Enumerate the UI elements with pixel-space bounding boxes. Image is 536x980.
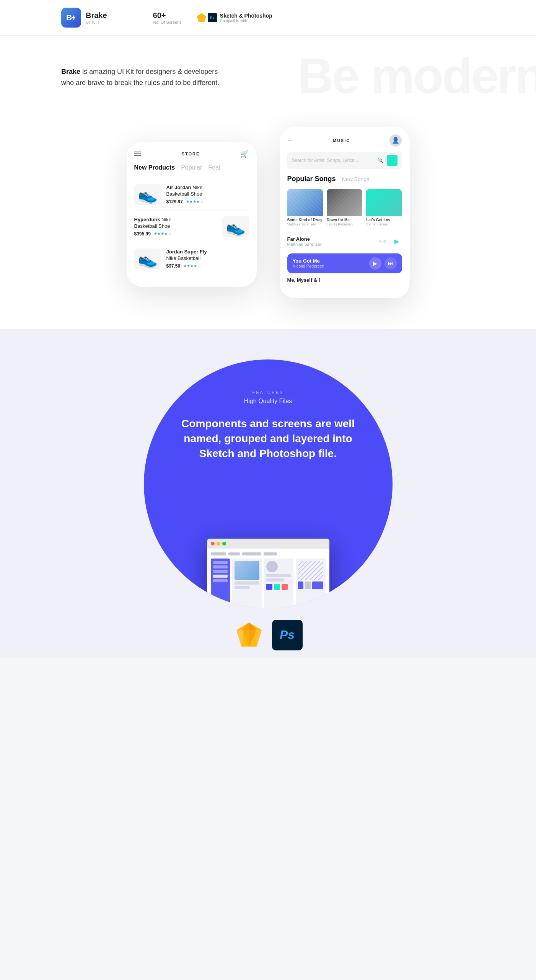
compat-label: Sketch & Photoshop bbox=[220, 13, 272, 19]
product-price-hyperdunk: $395.99 bbox=[134, 231, 151, 237]
song-card-2[interactable]: Down for Me Laurits Pedersen bbox=[327, 189, 362, 226]
screenshot-content bbox=[207, 549, 329, 608]
sidebar-mock-item bbox=[213, 579, 228, 582]
compat-text-block: Sketch & Photoshop Compatible with bbox=[220, 13, 272, 23]
app-icons-row: Ps bbox=[134, 620, 402, 650]
music-tab-new[interactable]: New Songs bbox=[342, 176, 370, 182]
song-card-image-1 bbox=[287, 189, 323, 216]
features-subtitle: High Quality Files bbox=[244, 398, 292, 405]
forward-button[interactable]: ⏭ bbox=[384, 257, 397, 270]
product-item: Hyperdunk NikeBasketball Shoe $395.99 ★★… bbox=[134, 211, 249, 243]
product-info-superfly: Jordan Super FlyNike Basketball $97.50 ★… bbox=[166, 249, 249, 269]
store-title: STORE bbox=[182, 152, 200, 156]
song-list: Far Alone Matthias Sørensen 3:41 ▶ You G… bbox=[287, 232, 402, 287]
song-card-artist-2: Laurits Pedersen bbox=[327, 222, 362, 226]
product-price-row-jordan: $129.97 ★★★★☆ bbox=[166, 199, 249, 204]
brand-text: Brake UI KIT bbox=[86, 11, 107, 24]
song-card-title-2: Down for Me bbox=[327, 217, 362, 222]
back-icon[interactable]: ← bbox=[287, 137, 293, 144]
user-avatar[interactable]: 👤 bbox=[389, 134, 402, 147]
song-list-item-3: Me, Myself & I bbox=[287, 273, 402, 287]
product-price-jordan: $129.97 bbox=[166, 199, 183, 204]
content-text-1 bbox=[235, 581, 259, 585]
song-list-name-1: Far Alone bbox=[287, 236, 380, 242]
screenshot-col-1 bbox=[232, 559, 262, 608]
content-text-4 bbox=[266, 578, 284, 581]
song-duration-1: 3:41 bbox=[379, 239, 387, 244]
play-pause-button[interactable]: ▶ bbox=[369, 257, 381, 270]
mini-block-wide bbox=[312, 581, 323, 589]
hero-description: Brake is amazing UI Kit for designers & … bbox=[61, 66, 230, 88]
mini-block bbox=[305, 581, 310, 589]
window-controls bbox=[207, 539, 329, 549]
store-tab-feat[interactable]: Feat bbox=[208, 164, 220, 171]
toolbar-item bbox=[264, 552, 277, 555]
song-card-image-3 bbox=[366, 189, 402, 216]
teal-accent-block bbox=[387, 155, 398, 166]
app-icons: Ps bbox=[197, 13, 217, 22]
photoshop-icon-header: Ps bbox=[208, 13, 217, 22]
song-card-title-1: Some Kind of Drug bbox=[287, 217, 323, 222]
hamburger-icon[interactable] bbox=[134, 150, 141, 157]
song-card-3[interactable]: Let's Get Los Carl Andersen bbox=[366, 189, 402, 226]
product-item: 👟 Jordan Super FlyNike Basketball $97.50… bbox=[134, 243, 249, 275]
cart-icon[interactable]: 🛒 bbox=[240, 150, 249, 158]
features-section: FEATURES High Quality Files Components a… bbox=[0, 329, 536, 658]
swatch bbox=[266, 584, 272, 590]
sidebar-mock-item bbox=[213, 575, 228, 578]
minimize-dot bbox=[217, 542, 220, 546]
store-tab-new[interactable]: New Products bbox=[134, 164, 175, 171]
swatch bbox=[274, 584, 280, 590]
product-item: 👟 Air Jordan NikeBasketball Shoe $129.97… bbox=[134, 179, 249, 211]
compat-sub: Compatible with bbox=[220, 19, 272, 23]
screenshot-grid bbox=[211, 559, 326, 608]
features-circle-container: FEATURES High Quality Files Components a… bbox=[134, 359, 402, 627]
hero-rest: is amazing UI Kit for designers & develo… bbox=[61, 68, 219, 87]
toolbar-item bbox=[211, 552, 226, 555]
store-tab-popular[interactable]: Popular bbox=[181, 164, 202, 171]
song-cards-grid: Some Kind of Drug Matthias Sørensen Down… bbox=[287, 189, 402, 226]
song-card-image-2 bbox=[327, 189, 362, 216]
song-card-artist-3: Carl Andersen bbox=[366, 222, 402, 226]
photoshop-app-icon: Ps bbox=[272, 620, 303, 650]
features-heading: Components and screens are well named, g… bbox=[167, 416, 370, 461]
song-list-item-1: Far Alone Matthias Sørensen 3:41 ▶ bbox=[287, 232, 402, 251]
screenshot-col-2 bbox=[264, 559, 293, 608]
brand-tagline: UI KIT bbox=[86, 20, 107, 24]
song-playing-artist: Nicolaj Pedersen bbox=[293, 264, 365, 268]
store-screen: STORE 🛒 New Products Popular Feat 👟 Air … bbox=[127, 142, 257, 287]
screens-count: 60+ bbox=[153, 11, 182, 20]
close-dot bbox=[211, 542, 215, 546]
song-card-1[interactable]: Some Kind of Drug Matthias Sørensen bbox=[287, 189, 323, 226]
screenshot-toolbar bbox=[211, 552, 326, 555]
avatar-mock bbox=[266, 561, 278, 572]
features-circle: FEATURES High Quality Files Components a… bbox=[144, 359, 393, 608]
swatch bbox=[282, 584, 288, 590]
product-list: 👟 Air Jordan NikeBasketball Shoe $129.97… bbox=[134, 179, 249, 275]
play-button-1[interactable]: ▶ bbox=[391, 236, 402, 247]
song-card-title-3: Let's Get Los bbox=[366, 217, 402, 222]
product-info-jordan: Air Jordan NikeBasketball Shoe $129.97 ★… bbox=[166, 185, 249, 204]
product-rating-superfly: ★★★★☆ bbox=[183, 264, 201, 268]
content-text-3 bbox=[266, 574, 291, 577]
store-nav: STORE 🛒 bbox=[134, 150, 249, 158]
mockups-section: STORE 🛒 New Products Popular Feat 👟 Air … bbox=[0, 111, 536, 329]
mini-block bbox=[298, 581, 303, 589]
product-name-hyperdunk: Hyperdunk NikeBasketball Shoe bbox=[134, 217, 217, 230]
song-playing-name: You Got Me bbox=[293, 258, 365, 264]
ps-text: Ps bbox=[280, 628, 295, 642]
page-header: B Brake UI KIT 60+ No. Of Screens Ps Ske… bbox=[0, 0, 536, 36]
music-nav: ← MUSIC 👤 bbox=[287, 134, 402, 147]
color-swatches bbox=[266, 584, 291, 590]
screens-count-area: 60+ No. Of Screens bbox=[153, 11, 182, 24]
music-search-bar[interactable]: Search for Artist, Songs, Lyrics... 🔍 bbox=[287, 152, 402, 169]
music-tab-popular[interactable]: Popular Songs bbox=[287, 175, 336, 183]
svg-text:B: B bbox=[66, 13, 72, 22]
music-title: MUSIC bbox=[333, 138, 350, 143]
brand-name: Brake bbox=[86, 11, 107, 20]
product-info-hyperdunk: Hyperdunk NikeBasketball Shoe $395.99 ★★… bbox=[134, 217, 217, 237]
toolbar-item bbox=[228, 552, 240, 555]
features-label: FEATURES bbox=[253, 390, 284, 395]
maximize-dot bbox=[222, 542, 226, 546]
search-icon: 🔍 bbox=[377, 157, 384, 163]
